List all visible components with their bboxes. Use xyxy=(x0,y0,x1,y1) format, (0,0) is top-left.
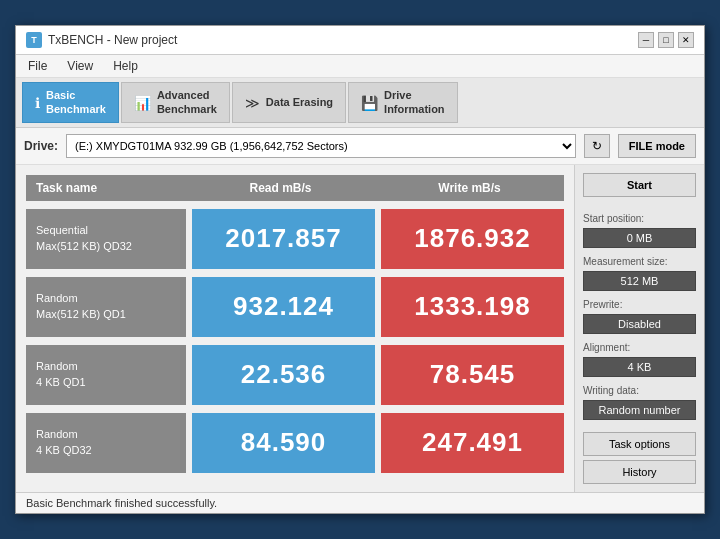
alignment-label: Alignment: xyxy=(583,342,696,353)
tab-basic-benchmark[interactable]: ℹ BasicBenchmark xyxy=(22,82,119,122)
drive-label: Drive: xyxy=(24,139,58,153)
maximize-button[interactable]: □ xyxy=(658,32,674,48)
row-read-random-512: 932.124 xyxy=(192,277,375,337)
main-window: T TxBENCH - New project ─ □ ✕ File View … xyxy=(15,25,705,513)
row-write-random-4k-qd1: 78.545 xyxy=(381,345,564,405)
drive-refresh-button[interactable]: ↻ xyxy=(584,134,610,158)
menu-view[interactable]: View xyxy=(63,57,97,75)
basic-benchmark-icon: ℹ xyxy=(35,95,40,111)
prewrite-label: Prewrite: xyxy=(583,299,696,310)
start-position-value: 0 MB xyxy=(583,228,696,248)
row-read-sequential: 2017.857 xyxy=(192,209,375,269)
alignment-value: 4 KB xyxy=(583,357,696,377)
status-bar: Basic Benchmark finished successfully. xyxy=(16,492,704,513)
row-write-sequential: 1876.932 xyxy=(381,209,564,269)
table-row: SequentialMax(512 KB) QD32 2017.857 1876… xyxy=(26,209,564,269)
right-panel: Start Start position: 0 MB Measurement s… xyxy=(574,165,704,492)
task-options-button[interactable]: Task options xyxy=(583,432,696,456)
basic-benchmark-label: BasicBenchmark xyxy=(46,89,106,115)
tab-drive-information[interactable]: 💾 DriveInformation xyxy=(348,82,458,122)
data-erasing-label: Data Erasing xyxy=(266,96,333,109)
app-icon: T xyxy=(26,32,42,48)
drive-information-icon: 💾 xyxy=(361,95,378,111)
table-header: Task name Read mB/s Write mB/s xyxy=(26,175,564,201)
row-label-random-4k-qd1: Random4 KB QD1 xyxy=(26,345,186,405)
measurement-size-label: Measurement size: xyxy=(583,256,696,267)
start-button[interactable]: Start xyxy=(583,173,696,197)
table-row: Random4 KB QD1 22.536 78.545 xyxy=(26,345,564,405)
drive-select[interactable]: (E:) XMYDGT01MA 932.99 GB (1,956,642,752… xyxy=(66,134,576,158)
writing-data-label: Writing data: xyxy=(583,385,696,396)
row-read-random-4k-qd32: 84.590 xyxy=(192,413,375,473)
title-bar: T TxBENCH - New project ─ □ ✕ xyxy=(16,26,704,55)
row-label-random-4k-qd32: Random4 KB QD32 xyxy=(26,413,186,473)
close-button[interactable]: ✕ xyxy=(678,32,694,48)
status-text: Basic Benchmark finished successfully. xyxy=(26,497,217,509)
window-title: TxBENCH - New project xyxy=(48,33,177,47)
menu-file[interactable]: File xyxy=(24,57,51,75)
drive-information-label: DriveInformation xyxy=(384,89,445,115)
minimize-button[interactable]: ─ xyxy=(638,32,654,48)
col-write: Write mB/s xyxy=(375,181,564,195)
tab-advanced-benchmark[interactable]: 📊 AdvancedBenchmark xyxy=(121,82,230,122)
row-label-random-512: RandomMax(512 KB) QD1 xyxy=(26,277,186,337)
title-controls: ─ □ ✕ xyxy=(638,32,694,48)
benchmark-area: Task name Read mB/s Write mB/s Sequentia… xyxy=(16,165,574,492)
measurement-size-value: 512 MB xyxy=(583,271,696,291)
title-bar-left: T TxBENCH - New project xyxy=(26,32,177,48)
row-label-sequential: SequentialMax(512 KB) QD32 xyxy=(26,209,186,269)
table-row: Random4 KB QD32 84.590 247.491 xyxy=(26,413,564,473)
advanced-benchmark-icon: 📊 xyxy=(134,95,151,111)
col-read: Read mB/s xyxy=(186,181,375,195)
toolbar: ℹ BasicBenchmark 📊 AdvancedBenchmark ≫ D… xyxy=(16,78,704,127)
main-area: Task name Read mB/s Write mB/s Sequentia… xyxy=(16,165,704,492)
row-read-random-4k-qd1: 22.536 xyxy=(192,345,375,405)
file-mode-button[interactable]: FILE mode xyxy=(618,134,696,158)
data-erasing-icon: ≫ xyxy=(245,95,260,111)
start-position-label: Start position: xyxy=(583,213,696,224)
drive-bar: Drive: (E:) XMYDGT01MA 932.99 GB (1,956,… xyxy=(16,128,704,165)
menu-bar: File View Help xyxy=(16,55,704,78)
tab-data-erasing[interactable]: ≫ Data Erasing xyxy=(232,82,346,122)
row-write-random-512: 1333.198 xyxy=(381,277,564,337)
writing-data-value: Random number xyxy=(583,400,696,420)
row-write-random-4k-qd32: 247.491 xyxy=(381,413,564,473)
col-task: Task name xyxy=(26,181,186,195)
history-button[interactable]: History xyxy=(583,460,696,484)
table-row: RandomMax(512 KB) QD1 932.124 1333.198 xyxy=(26,277,564,337)
menu-help[interactable]: Help xyxy=(109,57,142,75)
advanced-benchmark-label: AdvancedBenchmark xyxy=(157,89,217,115)
prewrite-value: Disabled xyxy=(583,314,696,334)
